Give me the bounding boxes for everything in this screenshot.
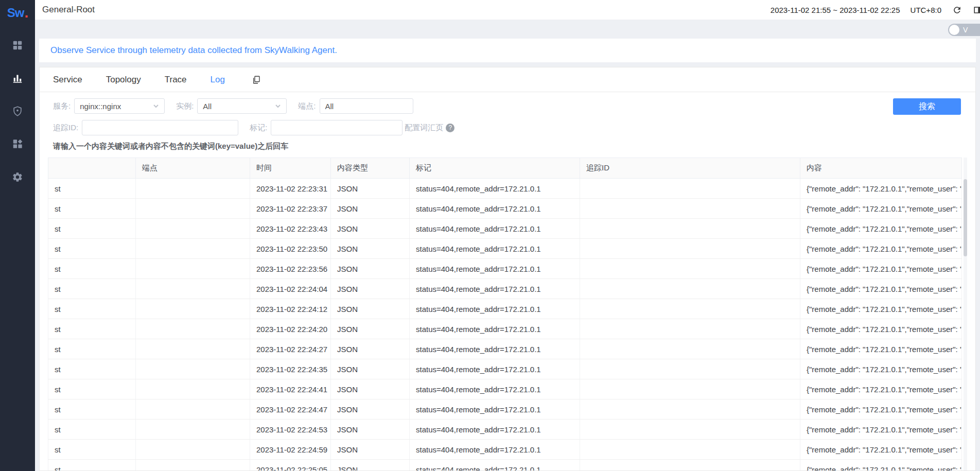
copy-icon xyxy=(252,75,261,84)
table-cell xyxy=(136,299,250,319)
help-icon[interactable]: ? xyxy=(446,124,454,132)
skywalking-logo[interactable]: Sw. xyxy=(7,2,28,24)
table-row[interactable]: st2023-11-02 22:25:05JSONstatus=404,remo… xyxy=(48,460,962,471)
log-table-header-row: 端点时间内容类型标记追踪ID内容 xyxy=(48,158,962,179)
table-cell: JSON xyxy=(331,339,410,359)
table-cell: JSON xyxy=(331,399,410,420)
table-cell: st xyxy=(48,279,136,299)
table-cell: 2023-11-02 22:25:05 xyxy=(250,460,331,471)
search-button[interactable]: 搜索 xyxy=(893,98,961,115)
table-cell xyxy=(136,420,250,440)
table-cell: status=404,remote_addr=172.21.0.1 xyxy=(410,299,580,319)
service-select[interactable]: nginx::nginx xyxy=(74,98,165,114)
refresh-icon xyxy=(952,5,962,15)
table-cell xyxy=(580,299,800,319)
table-cell: JSON xyxy=(331,359,410,379)
table-row[interactable]: st2023-11-02 22:24:04JSONstatus=404,remo… xyxy=(48,279,962,299)
toggle-knob xyxy=(949,25,959,35)
table-row[interactable]: st2023-11-02 22:24:59JSONstatus=404,remo… xyxy=(48,440,962,460)
column-header: 时间 xyxy=(250,158,331,179)
logo-text: Sw xyxy=(7,6,24,20)
table-cell: JSON xyxy=(331,379,410,399)
table-row[interactable]: st2023-11-02 22:23:31JSONstatus=404,remo… xyxy=(48,179,962,199)
instance-select[interactable]: All xyxy=(197,98,287,114)
table-cell: {"remote_addr": "172.21.0.1","remote_use… xyxy=(800,319,962,339)
tab-service[interactable]: Service xyxy=(53,75,82,85)
table-cell xyxy=(580,420,800,440)
table-cell: {"remote_addr": "172.21.0.1","remote_use… xyxy=(800,440,962,460)
sidebar-item-metrics[interactable] xyxy=(11,72,24,84)
table-row[interactable]: st2023-11-02 22:24:41JSONstatus=404,remo… xyxy=(48,379,962,399)
table-cell: st xyxy=(48,359,136,379)
time-range[interactable]: 2023-11-02 21:55 ~ 2023-11-02 22:25 xyxy=(771,6,900,14)
table-cell: status=404,remote_addr=172.21.0.1 xyxy=(410,420,580,440)
tab-log[interactable]: Log xyxy=(211,75,225,85)
log-table-wrap: 端点时间内容类型标记追踪ID内容 st2023-11-02 22:23:31JS… xyxy=(48,158,967,470)
table-cell: {"remote_addr": "172.21.0.1","remote_use… xyxy=(800,259,962,279)
table-cell: {"remote_addr": "172.21.0.1","remote_use… xyxy=(800,279,962,299)
page-title: General-Root xyxy=(42,5,95,15)
table-row[interactable]: st2023-11-02 22:24:53JSONstatus=404,remo… xyxy=(48,420,962,440)
table-cell: status=404,remote_addr=172.21.0.1 xyxy=(410,359,580,379)
chevron-down-icon xyxy=(153,103,159,109)
table-cell: JSON xyxy=(331,199,410,219)
table-cell: JSON xyxy=(331,319,410,339)
table-row[interactable]: st2023-11-02 22:24:27JSONstatus=404,remo… xyxy=(48,339,962,359)
table-cell xyxy=(580,379,800,399)
layout-toggle-button[interactable] xyxy=(972,5,980,15)
table-cell: st xyxy=(48,339,136,359)
timezone-label[interactable]: UTC+8:0 xyxy=(911,6,941,14)
scrollbar-thumb[interactable] xyxy=(964,179,967,256)
column-header: 标记 xyxy=(410,158,580,179)
table-cell: {"remote_addr": "172.21.0.1","remote_use… xyxy=(800,219,962,239)
table-row[interactable]: st2023-11-02 22:24:20JSONstatus=404,remo… xyxy=(48,319,962,339)
sidebar-item-components[interactable] xyxy=(11,138,24,150)
table-cell: st xyxy=(48,379,136,399)
refresh-button[interactable] xyxy=(952,5,962,15)
table-cell: JSON xyxy=(331,239,410,259)
top-bar-right: 2023-11-02 21:55 ~ 2023-11-02 22:25 UTC+… xyxy=(771,5,978,15)
table-cell: status=404,remote_addr=172.21.0.1 xyxy=(410,279,580,299)
table-cell: 2023-11-02 22:23:50 xyxy=(250,239,331,259)
sidebar-item-settings[interactable] xyxy=(11,171,24,183)
log-table-body: st2023-11-02 22:23:31JSONstatus=404,remo… xyxy=(48,179,962,471)
tab-trace[interactable]: Trace xyxy=(165,75,187,85)
column-header: 内容类型 xyxy=(331,158,410,179)
shield-icon xyxy=(12,106,23,117)
table-cell xyxy=(136,460,250,471)
table-cell: st xyxy=(48,399,136,420)
log-table: 端点时间内容类型标记追踪ID内容 st2023-11-02 22:23:31JS… xyxy=(48,158,962,470)
table-row[interactable]: st2023-11-02 22:23:37JSONstatus=404,remo… xyxy=(48,199,962,219)
table-scrollbar[interactable] xyxy=(964,158,967,470)
table-row[interactable]: st2023-11-02 22:24:12JSONstatus=404,remo… xyxy=(48,299,962,319)
service-banner: Observe Service through telemetry data c… xyxy=(39,39,976,62)
tags-input[interactable] xyxy=(271,120,402,135)
table-row[interactable]: st2023-11-02 22:23:50JSONstatus=404,remo… xyxy=(48,239,962,259)
table-cell: st xyxy=(48,460,136,471)
tab-topology[interactable]: Topology xyxy=(106,75,141,85)
layout-icon xyxy=(973,5,980,15)
table-cell: st xyxy=(48,299,136,319)
table-cell xyxy=(136,239,250,259)
table-cell: st xyxy=(48,420,136,440)
table-cell xyxy=(136,219,250,239)
copy-link-button[interactable] xyxy=(252,75,261,84)
trace-id-input[interactable] xyxy=(82,120,238,135)
sidebar-item-dashboard[interactable] xyxy=(11,39,24,51)
table-cell: JSON xyxy=(331,259,410,279)
version-toggle[interactable]: V xyxy=(948,24,980,36)
config-vocabulary-link[interactable]: 配置词汇页 xyxy=(405,123,443,133)
table-cell xyxy=(580,359,800,379)
endpoint-input[interactable] xyxy=(320,98,413,114)
table-cell: st xyxy=(48,199,136,219)
sidebar-item-security[interactable] xyxy=(11,105,24,117)
table-row[interactable]: st2023-11-02 22:23:43JSONstatus=404,remo… xyxy=(48,219,962,239)
table-cell: status=404,remote_addr=172.21.0.1 xyxy=(410,179,580,199)
table-row[interactable]: st2023-11-02 22:24:47JSONstatus=404,remo… xyxy=(48,399,962,420)
table-row[interactable]: st2023-11-02 22:24:35JSONstatus=404,remo… xyxy=(48,359,962,379)
table-cell xyxy=(136,279,250,299)
table-row[interactable]: st2023-11-02 22:23:56JSONstatus=404,remo… xyxy=(48,259,962,279)
table-cell: {"remote_addr": "172.21.0.1","remote_use… xyxy=(800,339,962,359)
chevron-down-icon xyxy=(275,103,281,109)
table-cell xyxy=(580,339,800,359)
